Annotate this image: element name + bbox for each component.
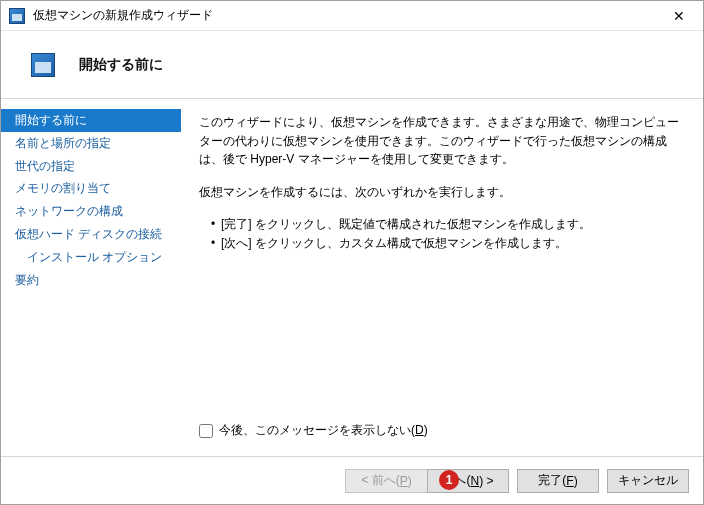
do-not-show-again-checkbox[interactable] [199, 424, 213, 438]
option-bullet-1: [次へ] をクリックし、カスタム構成で仮想マシンを作成します。 [211, 234, 683, 253]
option-bullet-0: [完了] をクリックし、既定値で構成された仮想マシンを作成します。 [211, 215, 683, 234]
wizard-footer: < 前へ(P) 次へ(N) > 完了(F) キャンセル 1 [1, 456, 703, 504]
next-button[interactable]: 次へ(N) > [427, 469, 509, 493]
options-list: [完了] をクリックし、既定値で構成された仮想マシンを作成します。[次へ] をク… [211, 215, 683, 252]
wizard-icon [31, 53, 55, 77]
previous-button: < 前へ(P) [345, 469, 427, 493]
wizard-body: 開始する前に名前と場所の指定世代の指定メモリの割り当てネットワークの構成仮想ハー… [1, 99, 703, 456]
wizard-step-4[interactable]: ネットワークの構成 [1, 200, 181, 223]
wizard-step-7[interactable]: 要約 [1, 269, 181, 292]
wizard-step-5[interactable]: 仮想ハード ディスクの接続 [1, 223, 181, 246]
instruction-text: 仮想マシンを作成するには、次のいずれかを実行します。 [199, 183, 683, 202]
wizard-step-2[interactable]: 世代の指定 [1, 155, 181, 178]
wizard-steps-sidebar: 開始する前に名前と場所の指定世代の指定メモリの割り当てネットワークの構成仮想ハー… [1, 99, 181, 456]
wizard-content: このウィザードにより、仮想マシンを作成できます。さまざまな用途で、物理コンピュー… [181, 99, 703, 456]
nav-button-group: < 前へ(P) 次へ(N) > [345, 469, 509, 493]
wizard-step-1[interactable]: 名前と場所の指定 [1, 132, 181, 155]
title-bar: 仮想マシンの新規作成ウィザード ✕ [1, 1, 703, 31]
wizard-step-0[interactable]: 開始する前に [1, 109, 181, 132]
wizard-step-6[interactable]: インストール オプション [1, 246, 181, 269]
intro-text: このウィザードにより、仮想マシンを作成できます。さまざまな用途で、物理コンピュー… [199, 113, 683, 169]
wizard-header: 開始する前に [1, 31, 703, 99]
window-title: 仮想マシンの新規作成ウィザード [33, 7, 659, 24]
close-icon: ✕ [673, 8, 685, 24]
wizard-step-3[interactable]: メモリの割り当て [1, 177, 181, 200]
app-icon [9, 8, 25, 24]
do-not-show-again-row: 今後、このメッセージを表示しない(D) [199, 421, 683, 440]
page-title: 開始する前に [79, 56, 163, 74]
finish-button[interactable]: 完了(F) [517, 469, 599, 493]
do-not-show-again-label[interactable]: 今後、このメッセージを表示しない(D) [219, 421, 428, 440]
cancel-button[interactable]: キャンセル [607, 469, 689, 493]
close-button[interactable]: ✕ [659, 2, 699, 30]
